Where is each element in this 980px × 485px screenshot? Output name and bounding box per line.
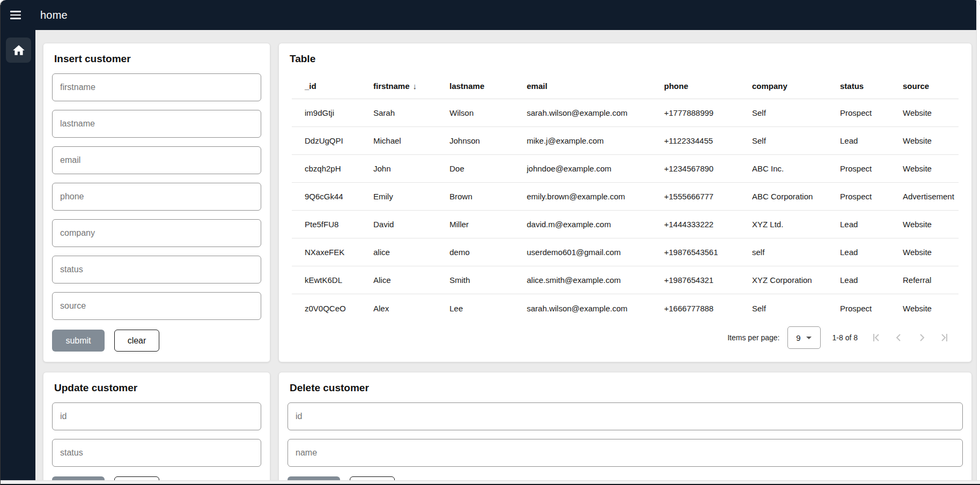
cell-firstname: Sarah: [373, 108, 450, 117]
last-page-button[interactable]: [933, 326, 955, 349]
update-customer-card: Update customer submit clear: [43, 372, 270, 485]
vertical-scrollbar[interactable]: [976, 0, 980, 480]
column-header-email[interactable]: email: [527, 81, 664, 91]
table-card: Table _id firstname ↓ lastname email pho…: [278, 43, 972, 362]
cell-firstname: Michael: [373, 136, 450, 145]
column-header-status[interactable]: status: [840, 81, 903, 91]
table-row: kEwtK6DLAliceSmithalice.smith@example.co…: [292, 266, 959, 294]
cell-firstname: alice: [373, 248, 450, 257]
cell-source: Website: [903, 304, 959, 313]
insert-status-input[interactable]: [52, 256, 261, 283]
cell-phone: +1777888999: [664, 108, 752, 117]
cell-email: mike.j@example.com: [527, 136, 664, 145]
table-row: z0V0QCeOAlexLeesarah.wilson@example.com+…: [292, 294, 959, 322]
cell-lastname: Lee: [450, 304, 527, 313]
cell-email: johndoe@example.com: [527, 164, 664, 173]
items-per-page-select[interactable]: 9: [787, 326, 821, 349]
column-header-firstname[interactable]: firstname ↓: [373, 81, 450, 91]
hamburger-menu-button[interactable]: [1, 0, 31, 30]
cell-source: Website: [903, 164, 959, 173]
column-header-id[interactable]: _id: [305, 81, 373, 91]
first-page-button[interactable]: [865, 326, 888, 349]
sidebar-item-home[interactable]: [6, 38, 31, 63]
cell-email: sarah.wilson@example.com: [527, 108, 664, 117]
previous-page-button[interactable]: [888, 326, 910, 349]
table-row: DdzUgQPIMichaelJohnsonmike.j@example.com…: [292, 127, 959, 155]
column-header-lastname[interactable]: lastname: [450, 81, 527, 91]
next-page-button[interactable]: [910, 326, 933, 349]
insert-company-input[interactable]: [52, 219, 261, 247]
cell-firstname: John: [373, 164, 450, 173]
cell-email: userdemo601@gmail.com: [527, 248, 664, 257]
cell-source: Website: [903, 248, 959, 257]
column-header-phone[interactable]: phone: [664, 81, 752, 91]
cell-company: XYZ Ltd.: [752, 220, 840, 229]
cell-company: ABC Inc.: [752, 164, 840, 173]
cell-id: 9Q6cGk44: [305, 192, 373, 201]
dropdown-arrow-icon: [806, 337, 812, 339]
customers-table: _id firstname ↓ lastname email phone com…: [288, 73, 963, 353]
cell-lastname: demo: [450, 248, 527, 257]
chevron-left-icon: [893, 331, 905, 344]
table-row: Pte5fFU8DavidMillerdavid.m@example.com+1…: [292, 211, 959, 238]
cell-firstname: David: [373, 220, 450, 229]
insert-source-input[interactable]: [52, 292, 261, 320]
cell-status: Lead: [840, 220, 903, 229]
cell-lastname: Brown: [450, 192, 527, 201]
update-status-input[interactable]: [52, 439, 261, 467]
delete-name-input[interactable]: [288, 439, 963, 467]
cell-company: Self: [752, 108, 840, 117]
insert-customer-card: Insert customer submit clear: [43, 43, 270, 362]
insert-submit-button[interactable]: submit: [52, 330, 105, 352]
cell-company: Self: [752, 136, 840, 145]
insert-clear-button[interactable]: clear: [114, 330, 159, 352]
update-customer-title: Update customer: [54, 382, 261, 394]
column-header-company[interactable]: company: [752, 81, 840, 91]
cell-source: Website: [903, 136, 959, 145]
last-page-icon: [938, 331, 950, 344]
main-content: Insert customer submit clear Table _id f…: [35, 30, 980, 485]
insert-customer-title: Insert customer: [54, 53, 261, 65]
table-body: im9dGtjiSarahWilsonsarah.wilson@example.…: [292, 99, 959, 322]
delete-customer-title: Delete customer: [290, 382, 963, 394]
home-icon: [12, 43, 26, 57]
cell-status: Prospect: [840, 164, 903, 173]
cell-id: Pte5fFU8: [305, 220, 373, 229]
update-id-input[interactable]: [52, 402, 261, 430]
cell-email: sarah.wilson@example.com: [527, 304, 664, 313]
arrow-down-icon: ↓: [413, 81, 417, 91]
delete-id-input[interactable]: [288, 402, 963, 430]
cell-source: Advertisement: [903, 192, 959, 201]
cell-phone: +1666777888: [664, 304, 752, 313]
cell-company: XYZ Corporation: [752, 275, 840, 285]
insert-email-input[interactable]: [52, 146, 261, 174]
cell-status: Lead: [840, 136, 903, 145]
insert-phone-input[interactable]: [52, 183, 261, 211]
insert-lastname-input[interactable]: [52, 110, 261, 138]
items-per-page-label: Items per page:: [727, 333, 779, 342]
cell-phone: +19876543561: [664, 248, 752, 257]
cell-firstname: Alex: [373, 304, 450, 313]
top-bar: home: [1, 0, 980, 30]
insert-firstname-input[interactable]: [52, 73, 261, 101]
cell-email: emily.brown@example.com: [527, 192, 664, 201]
sidebar: [1, 30, 35, 485]
cell-company: ABC Corporation: [752, 192, 840, 201]
cell-email: david.m@example.com: [527, 220, 664, 229]
cell-lastname: Doe: [450, 164, 527, 173]
table-row: im9dGtjiSarahWilsonsarah.wilson@example.…: [292, 99, 959, 127]
table-row: 9Q6cGk44EmilyBrownemily.brown@example.co…: [292, 183, 959, 211]
cell-status: Prospect: [840, 192, 903, 201]
cell-status: Prospect: [840, 304, 903, 313]
cell-lastname: Smith: [450, 275, 527, 285]
app-window: home Insert customer submit clear: [0, 0, 980, 485]
horizontal-scrollbar[interactable]: [1, 480, 980, 484]
cell-id: z0V0QCeO: [305, 304, 373, 313]
page-title: home: [40, 9, 68, 21]
insert-button-row: submit clear: [52, 330, 261, 352]
column-header-source[interactable]: source: [903, 81, 959, 91]
cell-company: self: [752, 248, 840, 257]
cell-id: DdzUgQPI: [305, 136, 373, 145]
cell-phone: +1555666777: [664, 192, 752, 201]
cell-phone: +1987654321: [664, 275, 752, 285]
